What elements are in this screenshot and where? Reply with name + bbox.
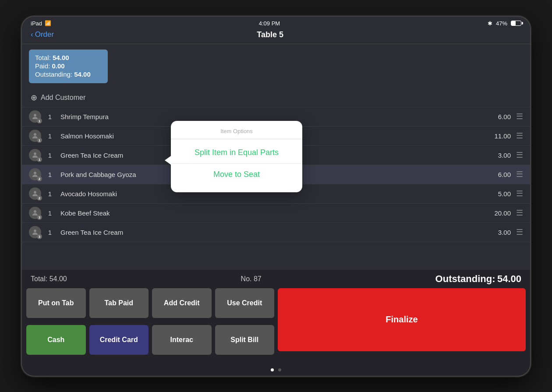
item-price: 6.00 — [498, 171, 511, 178]
svg-point-5 — [34, 210, 36, 213]
seat-avatar: 1 — [29, 110, 41, 123]
add-credit-button[interactable]: Add Credit — [152, 288, 212, 318]
header: ‹ Order Table 5 — [22, 28, 530, 44]
dot-1 — [271, 368, 274, 371]
item-price: 3.00 — [498, 229, 511, 236]
item-qty: 1 — [46, 132, 54, 140]
credit-card-button[interactable]: Credit Card — [89, 325, 149, 355]
summary-outstanding-value: 54.00 — [74, 71, 91, 78]
footer-total-label: Total: — [31, 275, 47, 283]
seat-avatar: 1 — [29, 130, 41, 142]
summary-total-row: Total: 54.00 — [35, 54, 102, 61]
main-content: Total: 54.00 Paid: 0.00 Outstanding: 54.… — [22, 44, 530, 270]
seat-avatar: 1 — [29, 149, 41, 161]
item-menu-icon[interactable]: ☰ — [516, 131, 523, 141]
item-qty: 1 — [46, 152, 54, 159]
payment-row-1: Put on TabTab PaidAdd CreditUse Credit — [26, 288, 274, 318]
split-bill-button[interactable]: Split Bill — [215, 325, 275, 355]
seat-number: 1 — [37, 118, 42, 124]
item-price: 3.00 — [498, 152, 511, 159]
footer-no-label: No. — [241, 275, 252, 283]
seat-avatar: 2 — [29, 168, 41, 180]
summary-paid-value: 0.00 — [52, 62, 64, 70]
svg-point-6 — [34, 230, 36, 232]
payment-grid: Put on TabTab PaidAdd CreditUse Credit C… — [26, 288, 526, 358]
summary-paid-row: Paid: 0.00 — [35, 62, 102, 70]
battery-percent: 47% — [496, 20, 507, 27]
tab-paid-button[interactable]: Tab Paid — [89, 288, 149, 318]
item-options-popup[interactable]: Item Options Split Item in Equal Parts M… — [171, 121, 302, 192]
footer-total-value: 54.00 — [50, 275, 67, 283]
item-menu-icon[interactable]: ☰ — [516, 189, 523, 198]
item-qty: 1 — [46, 113, 54, 120]
item-name: Kobe Beef Steak — [60, 209, 494, 217]
seat-avatar: 3 — [29, 226, 41, 238]
seat-avatar: 3 — [29, 207, 41, 219]
split-item-button[interactable]: Split Item in Equal Parts — [171, 142, 302, 164]
status-bar: iPad 📶 4:09 PM ✱ 47% — [22, 17, 530, 28]
page-title: Table 5 — [257, 30, 283, 39]
put-on-tab-button[interactable]: Put on Tab — [26, 288, 86, 318]
footer-total: Total: 54.00 — [31, 275, 67, 283]
payment-row-2: CashCredit CardInteracSplit Bill — [26, 325, 274, 355]
item-name: Green Tea Ice Cream — [60, 229, 498, 236]
seat-number: 2 — [37, 176, 42, 181]
item-menu-icon[interactable]: ☰ — [516, 112, 523, 121]
footer-order-number: No. 87 — [241, 275, 262, 283]
item-menu-icon[interactable]: ☰ — [516, 170, 523, 179]
status-left: iPad 📶 — [31, 20, 51, 27]
item-price: 20.00 — [494, 209, 511, 217]
item-menu-icon[interactable]: ☰ — [516, 150, 523, 160]
summary-total-label: Total: — [35, 54, 51, 61]
item-menu-icon[interactable]: ☰ — [516, 227, 523, 237]
item-qty: 1 — [46, 190, 54, 198]
summary-outstanding-row: Outstanding: 54.00 — [35, 71, 102, 78]
device-label: iPad — [31, 20, 42, 27]
pagination-dots — [22, 363, 530, 376]
svg-point-2 — [34, 152, 36, 155]
interac-button[interactable]: Interac — [152, 325, 212, 355]
add-customer-plus-icon: ⊕ — [31, 93, 37, 102]
popup-title: Item Options — [171, 128, 302, 139]
use-credit-button[interactable]: Use Credit — [215, 288, 275, 318]
item-price: 5.00 — [498, 190, 511, 198]
cash-button[interactable]: Cash — [26, 325, 86, 355]
seat-number: 2 — [37, 195, 42, 201]
add-customer-button[interactable]: ⊕ Add Customer — [22, 88, 530, 107]
svg-point-1 — [34, 133, 36, 136]
order-item[interactable]: 3 1 Green Tea Ice Cream 3.00 ☰ — [22, 223, 530, 242]
move-to-seat-button[interactable]: Move to Seat — [171, 164, 302, 185]
svg-point-4 — [34, 191, 36, 194]
seat-number: 1 — [37, 138, 42, 143]
summary-total-value: 54.00 — [53, 54, 69, 61]
back-button[interactable]: ‹ Order — [31, 30, 54, 39]
seat-number: 1 — [37, 157, 42, 162]
summary-paid-label: Paid: — [35, 62, 50, 70]
battery-indicator — [511, 21, 521, 26]
footer-outstanding: Outstanding: 54.00 — [435, 273, 521, 285]
footer-outstanding-value: 54.00 — [497, 273, 521, 284]
footer-outstanding-label: Outstanding: — [435, 273, 495, 284]
status-right: ✱ 47% — [488, 20, 521, 27]
bluetooth-icon: ✱ — [488, 20, 492, 27]
item-qty: 1 — [46, 209, 54, 217]
order-summary-box: Total: 54.00 Paid: 0.00 Outstanding: 54.… — [29, 49, 108, 83]
finalize-button[interactable]: Finalize — [278, 288, 526, 351]
wifi-icon: 📶 — [45, 20, 51, 26]
item-qty: 1 — [46, 229, 54, 236]
item-menu-icon[interactable]: ☰ — [516, 208, 523, 218]
back-chevron-icon: ‹ — [31, 30, 33, 39]
add-customer-label: Add Customer — [41, 94, 85, 102]
summary-outstanding-label: Outstanding: — [35, 71, 72, 78]
order-item[interactable]: 3 1 Kobe Beef Steak 20.00 ☰ — [22, 204, 530, 223]
payment-section: Put on TabTab PaidAdd CreditUse Credit C… — [22, 288, 530, 363]
seat-number: 3 — [37, 234, 42, 239]
dot-2 — [278, 368, 281, 371]
item-name: Shrimp Tempura — [60, 113, 498, 120]
status-time: 4:09 PM — [259, 20, 280, 27]
payment-rows-col: Put on TabTab PaidAdd CreditUse Credit C… — [26, 288, 274, 358]
item-price: 11.00 — [494, 132, 511, 140]
back-label: Order — [35, 30, 54, 39]
seat-avatar: 2 — [29, 187, 41, 200]
footer-no-value: 87 — [254, 275, 262, 283]
